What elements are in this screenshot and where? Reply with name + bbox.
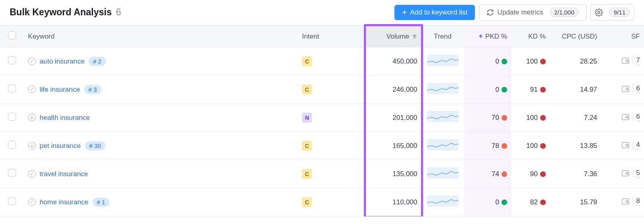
svg-line-12 bbox=[627, 146, 629, 147]
plus-circle-icon[interactable] bbox=[28, 114, 36, 121]
page-title-count: 6 bbox=[116, 7, 121, 17]
pkd-dot-icon bbox=[502, 199, 507, 205]
table-row: home insurance# 1C110,00008215.798 bbox=[0, 188, 644, 216]
plus-circle-icon[interactable] bbox=[28, 142, 36, 150]
column-cpc[interactable]: CPC (USD) bbox=[550, 26, 601, 47]
volume-value: 450,000 bbox=[392, 58, 417, 65]
keyword-link[interactable]: pet insurance bbox=[40, 142, 81, 150]
divider bbox=[633, 84, 633, 93]
kd-value: 91 bbox=[530, 86, 538, 93]
kd-dot-icon bbox=[540, 115, 546, 121]
intent-badge: N bbox=[302, 113, 312, 123]
row-checkbox[interactable] bbox=[8, 113, 16, 121]
check-circle-icon[interactable] bbox=[28, 58, 36, 65]
update-count-pill: 2/1,000 bbox=[550, 8, 579, 17]
pkd-value: 78 bbox=[491, 142, 499, 150]
sparkle-icon: ✦ bbox=[478, 33, 483, 40]
refresh-icon bbox=[487, 9, 494, 16]
kd-value: 100 bbox=[526, 114, 538, 121]
column-volume[interactable]: Volume bbox=[365, 26, 421, 47]
volume-value: 110,000 bbox=[392, 198, 417, 206]
sf-value[interactable]: 6 bbox=[636, 84, 640, 93]
column-pkd[interactable]: ✦PKD % bbox=[464, 26, 511, 47]
settings-button[interactable]: 9/11 bbox=[590, 4, 634, 21]
volume-value: 135,000 bbox=[392, 170, 417, 178]
svg-line-15 bbox=[627, 174, 629, 175]
add-to-keyword-list-button[interactable]: + Add to keyword list bbox=[394, 5, 475, 20]
check-circle-icon[interactable] bbox=[28, 198, 36, 206]
trend-sparkline bbox=[427, 195, 458, 207]
sort-desc-icon bbox=[412, 34, 417, 39]
sf-value[interactable]: 5 bbox=[636, 169, 640, 178]
sf-value[interactable]: 4 bbox=[636, 141, 640, 150]
sf-value[interactable]: 7 bbox=[636, 56, 640, 65]
table-row: auto insurance# 2C450,000010028.257 bbox=[0, 47, 644, 76]
serp-preview-icon[interactable] bbox=[621, 198, 630, 205]
row-checkbox[interactable] bbox=[8, 169, 16, 177]
cpc-value: 13.85 bbox=[580, 142, 597, 150]
divider bbox=[633, 197, 633, 206]
rank-badge: # 30 bbox=[85, 141, 105, 150]
cpc-value: 7.24 bbox=[584, 114, 597, 121]
intent-badge: C bbox=[302, 169, 312, 179]
kd-value: 100 bbox=[526, 58, 538, 65]
keyword-link[interactable]: health insurance bbox=[40, 114, 90, 122]
check-circle-icon[interactable] bbox=[28, 170, 36, 178]
update-button-label: Update metrics bbox=[497, 8, 543, 16]
serp-preview-icon[interactable] bbox=[621, 170, 630, 177]
keyword-link[interactable]: travel insurance bbox=[40, 170, 88, 178]
cpc-value: 7.36 bbox=[584, 170, 597, 178]
gear-icon bbox=[595, 8, 603, 16]
trend-sparkline bbox=[427, 55, 458, 66]
serp-preview-icon[interactable] bbox=[621, 142, 630, 149]
trend-sparkline bbox=[427, 167, 458, 179]
sf-value[interactable]: 6 bbox=[636, 113, 640, 121]
pkd-value: 0 bbox=[495, 58, 499, 65]
row-checkbox[interactable] bbox=[8, 197, 16, 205]
pkd-value: 70 bbox=[491, 114, 499, 121]
volume-value: 201,000 bbox=[392, 114, 417, 121]
table-row: travel insuranceC135,00074907.365 bbox=[0, 160, 644, 188]
svg-point-0 bbox=[598, 11, 600, 13]
column-intent[interactable]: Intent bbox=[298, 26, 349, 47]
row-checkbox[interactable] bbox=[8, 84, 16, 92]
serp-preview-icon[interactable] bbox=[621, 85, 630, 92]
update-metrics-button[interactable]: Update metrics 2/1,000 bbox=[479, 4, 586, 21]
cpc-value: 28.25 bbox=[580, 58, 597, 65]
intent-badge: C bbox=[302, 56, 312, 66]
kd-dot-icon bbox=[540, 143, 546, 149]
intent-badge: C bbox=[302, 84, 312, 95]
serp-preview-icon[interactable] bbox=[621, 57, 630, 64]
keyword-link[interactable]: auto insurance bbox=[40, 58, 85, 66]
svg-line-3 bbox=[627, 62, 629, 63]
rank-badge: # 3 bbox=[84, 85, 101, 94]
trend-sparkline bbox=[427, 139, 458, 150]
check-circle-icon[interactable] bbox=[28, 86, 36, 93]
column-kd[interactable]: KD % bbox=[511, 26, 550, 47]
row-checkbox[interactable] bbox=[8, 141, 16, 149]
pkd-dot-icon bbox=[502, 143, 507, 149]
rank-badge: # 1 bbox=[93, 197, 110, 207]
pkd-dot-icon bbox=[502, 87, 507, 92]
page-title-text: Bulk Keyword Analysis bbox=[10, 7, 112, 17]
cpc-value: 15.79 bbox=[580, 198, 597, 206]
keyword-link[interactable]: home insurance bbox=[40, 198, 89, 206]
volume-value: 246,000 bbox=[392, 86, 417, 93]
table-row: life insurance# 3C246,00009114.976 bbox=[0, 76, 644, 104]
column-keyword[interactable]: Keyword bbox=[24, 26, 298, 47]
kd-dot-icon bbox=[540, 59, 546, 64]
select-all-checkbox[interactable] bbox=[8, 31, 16, 39]
intent-badge: C bbox=[302, 197, 312, 207]
divider bbox=[633, 141, 633, 150]
column-trend[interactable]: Trend bbox=[421, 26, 464, 47]
settings-count-pill: 9/11 bbox=[609, 8, 630, 17]
serp-preview-icon[interactable] bbox=[621, 113, 630, 121]
page-title: Bulk Keyword Analysis 6 bbox=[10, 7, 121, 18]
keyword-link[interactable]: life insurance bbox=[40, 86, 80, 94]
kd-dot-icon bbox=[540, 199, 546, 205]
row-checkbox[interactable] bbox=[8, 56, 16, 64]
pkd-value: 0 bbox=[495, 86, 499, 93]
trend-sparkline bbox=[427, 111, 458, 122]
sf-value[interactable]: 8 bbox=[636, 197, 640, 206]
column-sf[interactable]: SF bbox=[601, 26, 644, 47]
